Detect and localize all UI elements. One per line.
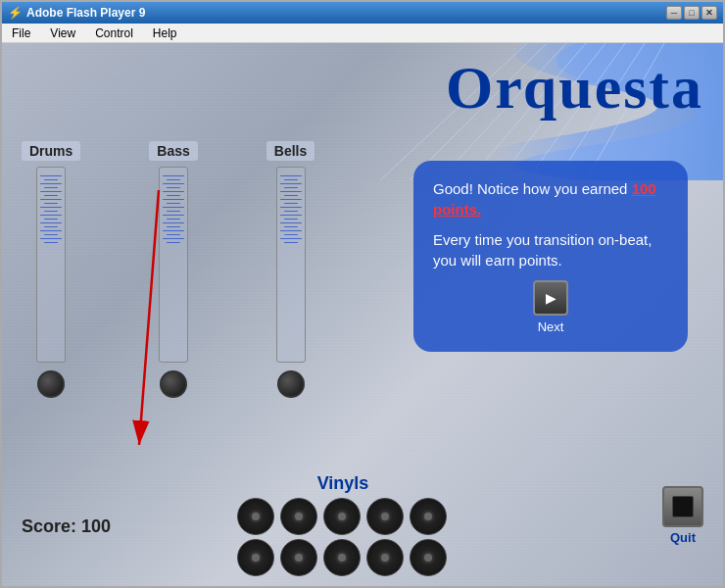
score-display: Score: 100 xyxy=(22,516,111,537)
fader-line xyxy=(44,179,58,180)
fader-line xyxy=(44,211,58,212)
vinyls-area: Vinyls xyxy=(237,473,449,576)
fader-line xyxy=(163,230,184,231)
quit-button[interactable] xyxy=(662,486,703,527)
fader-line xyxy=(40,183,62,184)
tooltip-line1: Good! Notice how you earned 100 points. xyxy=(433,178,668,220)
drums-fader[interactable] xyxy=(36,167,66,363)
fader-line xyxy=(44,242,58,243)
fader-line xyxy=(167,203,180,204)
fader-line xyxy=(167,219,180,220)
vinyl-4 xyxy=(366,498,404,535)
fader-line xyxy=(44,234,58,235)
fader-line xyxy=(280,215,302,216)
vinyl-9 xyxy=(366,539,404,576)
maximize-button[interactable]: □ xyxy=(684,6,700,20)
fader-line xyxy=(284,195,298,196)
close-button[interactable]: ✕ xyxy=(701,6,717,20)
vinyls-grid xyxy=(237,498,449,576)
bells-fader[interactable] xyxy=(276,167,306,363)
vinyl-8 xyxy=(323,539,361,576)
bass-fader[interactable] xyxy=(159,167,188,363)
fader-line xyxy=(163,207,184,208)
channel-drums-label: Drums xyxy=(22,141,80,161)
channel-bass: Bass xyxy=(149,141,197,398)
channel-bass-label: Bass xyxy=(149,141,197,161)
fader-line xyxy=(163,199,184,200)
fader-line xyxy=(163,238,184,239)
fader-line xyxy=(163,183,184,184)
vinyl-3 xyxy=(323,498,361,535)
channel-bells: Bells xyxy=(266,141,314,398)
fader-line xyxy=(40,222,62,223)
menu-bar: File View Control Help xyxy=(2,24,723,43)
fader-line xyxy=(167,195,180,196)
fader-line xyxy=(284,234,298,235)
next-button[interactable] xyxy=(533,280,568,316)
menu-help[interactable]: Help xyxy=(147,26,183,40)
vinyl-5 xyxy=(410,498,447,535)
vinyl-6 xyxy=(237,539,274,576)
fader-line xyxy=(280,191,302,192)
fader-line xyxy=(167,187,180,188)
fader-line xyxy=(284,211,298,212)
fader-line xyxy=(280,207,302,208)
fader-line xyxy=(40,191,62,192)
fader-line xyxy=(280,238,302,239)
channel-drums: Drums xyxy=(22,141,80,398)
next-label: Next xyxy=(538,319,564,334)
fader-line xyxy=(280,222,302,223)
fader-line xyxy=(280,199,302,200)
bells-knob[interactable] xyxy=(277,370,305,398)
minimize-button[interactable]: ─ xyxy=(666,6,682,20)
fader-line xyxy=(167,226,180,227)
tooltip-line2: Every time you transition on-beat, you w… xyxy=(433,229,668,270)
window-title: ⚡ Adobe Flash Player 9 xyxy=(8,6,145,20)
app-area: Orquesta Drums xyxy=(2,43,723,586)
drums-fader-lines xyxy=(40,175,62,243)
fader-line xyxy=(284,187,298,188)
channel-bells-label: Bells xyxy=(266,141,314,161)
drums-knob[interactable] xyxy=(37,370,65,398)
bass-fader-lines xyxy=(163,175,184,243)
next-button-area: Next xyxy=(433,280,668,334)
quit-icon xyxy=(672,496,694,517)
mixer-area: Drums xyxy=(22,141,314,398)
menu-view[interactable]: View xyxy=(44,26,81,40)
menu-file[interactable]: File xyxy=(6,26,36,40)
fader-line xyxy=(40,207,62,208)
window-icon: ⚡ xyxy=(8,6,23,20)
vinyls-label: Vinyls xyxy=(237,473,449,494)
fader-line xyxy=(40,230,62,231)
fader-line xyxy=(167,234,180,235)
fader-line xyxy=(284,242,298,243)
fader-line xyxy=(167,179,180,180)
menu-control[interactable]: Control xyxy=(89,26,139,40)
title-bar: ⚡ Adobe Flash Player 9 ─ □ ✕ xyxy=(2,2,723,24)
fader-line xyxy=(167,211,180,212)
fader-line xyxy=(163,222,184,223)
vinyl-7 xyxy=(280,539,317,576)
fader-line xyxy=(44,203,58,204)
fader-line xyxy=(163,191,184,192)
vinyl-1 xyxy=(237,498,274,535)
fader-line xyxy=(284,179,298,180)
fader-line xyxy=(284,203,298,204)
fader-line xyxy=(280,230,302,231)
vinyl-2 xyxy=(280,498,317,535)
fader-line xyxy=(280,183,302,184)
bass-knob[interactable] xyxy=(160,370,187,398)
app-title: Orquesta xyxy=(446,53,703,122)
window-controls: ─ □ ✕ xyxy=(666,6,717,20)
vinyl-10 xyxy=(410,539,447,576)
fader-line xyxy=(163,175,184,176)
fader-line xyxy=(280,175,302,176)
fader-line xyxy=(40,238,62,239)
fader-line xyxy=(40,215,62,216)
fader-line xyxy=(44,195,58,196)
tooltip-bubble: Good! Notice how you earned 100 points. … xyxy=(413,161,688,352)
fader-line xyxy=(44,226,58,227)
quit-label: Quit xyxy=(662,530,703,545)
bells-fader-lines xyxy=(280,175,302,243)
fader-line xyxy=(44,187,58,188)
